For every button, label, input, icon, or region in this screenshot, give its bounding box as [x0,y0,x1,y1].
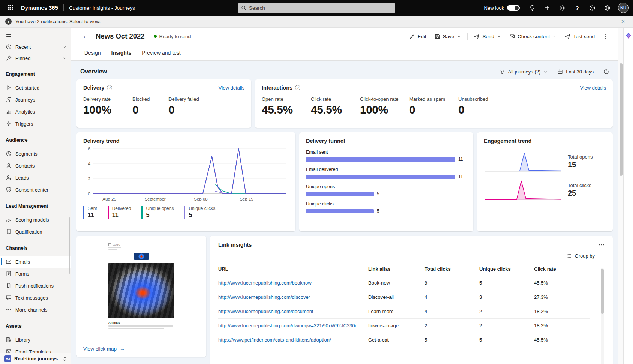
sidebar-item-library[interactable]: Library [0,334,71,346]
url-link[interactable]: http://www.lucernepublishing.com/documen… [218,309,368,314]
brand-title[interactable]: Dynamics 365 [21,5,58,11]
send-button[interactable]: Send [471,31,504,42]
section-title-engagement: Engagement [0,64,71,82]
sidebar-item-recent[interactable]: Recent [0,41,71,52]
sidebar-item-push-notifications[interactable]: Push notifications [0,280,71,292]
info-icon: i [5,18,12,25]
check-content-button[interactable]: Check content [506,31,560,42]
sidebar-item-analytics[interactable]: Analytics [0,106,71,118]
compliance-button[interactable] [601,1,614,14]
sidebar-item-pinned[interactable]: Pinned [0,52,71,64]
sidebar-item-journeys[interactable]: Journeys [0,94,71,106]
kpi-click-rate: Click rate 45.5% [311,96,360,116]
journey-filter-dropdown[interactable]: All journeys (2) [500,69,548,75]
kpi-delivery-rate: Delivery rate 100% [83,96,132,116]
svg-text:0: 0 [88,192,90,196]
engagement-trend-title: Engagement trend [484,138,531,144]
help-button[interactable]: ? [571,1,584,14]
table-scrollbar-thumb[interactable] [601,269,604,314]
sidebar-item-contacts[interactable]: Contacts [0,160,71,172]
hamburger-icon [6,31,12,38]
sidebar-item-scoring-models[interactable]: Scoring models [0,214,71,226]
lightbulb-button[interactable] [526,1,538,14]
overview-info-button[interactable] [603,69,609,75]
feedback-button[interactable] [586,1,598,14]
area-switcher[interactable]: RJ Real-time journeys [0,353,71,364]
lead-person-icon [6,175,12,181]
search-icon [241,5,246,10]
url-link[interactable]: http://www.lucernepublishing.com/discove… [218,294,368,300]
plus-icon [544,5,550,11]
copilot-icon[interactable] [625,32,632,39]
user-avatar[interactable]: NU [618,3,628,13]
form-document-icon [6,271,12,277]
url-link[interactable]: http://www.lucernepublishing.com/dwioeqw… [218,323,368,328]
tab-design[interactable]: Design [81,45,104,60]
add-button[interactable] [541,1,554,14]
table-scrollbar[interactable] [601,268,604,364]
main-scrollbar[interactable] [618,28,623,364]
sidebar-item-email-templates[interactable]: Email Templates [0,346,71,353]
url-link[interactable]: https://www.petfinder.com/cats-and-kitte… [218,337,368,343]
table-row: http://www.lucernepublishing.com/dwioeqw… [218,319,590,333]
sidebar-item-leads[interactable]: Leads [0,172,71,184]
close-icon[interactable]: × [618,18,628,25]
sidebar-item-qualification[interactable]: Qualification [0,226,71,238]
sidebar-item-text-messages[interactable]: Text messages [0,292,71,304]
delivery-trend-chart: 0246Aug 25SeptemberSep 08Sep 15 [83,146,289,202]
search-input[interactable] [249,5,392,11]
ribbon-icon [6,229,12,235]
app-area-title[interactable]: Customer Insights - Journeys [69,5,135,11]
view-click-map-link[interactable]: View click map → [83,346,125,352]
sidebar-scrollbar-thumb[interactable] [69,217,70,274]
save-button[interactable]: Save [431,31,465,42]
section-title-assets: Assets [0,316,71,334]
kpi-unsubscribed: Unsubscribed 0 [458,96,507,116]
test-send-plane-icon [565,34,570,39]
email-click-map-card: LOGO Animals View click map [76,236,206,357]
group-by-button[interactable]: Group by [566,253,595,259]
notification-message: You have 2 notifications. Select to view… [15,19,100,24]
delivery-view-details-link[interactable]: View details [219,85,244,91]
status-label: Ready to send [159,34,191,39]
interactions-view-details-link[interactable]: View details [580,85,606,91]
app-launcher-button[interactable] [4,2,16,13]
new-look-toggle[interactable] [507,5,520,11]
status-dot-icon [154,35,157,38]
sidebar-item-get-started[interactable]: Get started [0,82,71,94]
kpi-blocked: Blocked 0 [132,96,168,116]
global-search[interactable] [238,3,395,13]
settings-button[interactable] [556,1,568,14]
help-icon[interactable]: ? [295,85,300,90]
tab-preview-and-test[interactable]: Preview and test [138,45,184,60]
more-commands-button[interactable] [600,31,612,42]
main-scrollbar-thumb[interactable] [620,63,622,176]
svg-text:September: September [144,197,165,201]
funnel-row-email-delivered: Email delivered 11 [306,167,466,179]
more-horizontal-icon[interactable] [598,242,604,248]
back-button[interactable]: ← [80,31,92,42]
table-row: https://www.petfinder.com/cats-and-kitte… [218,333,590,347]
test-send-button[interactable]: Test send [561,31,598,42]
lightning-icon [6,121,12,127]
sidebar-item-emails[interactable]: Emails [0,256,71,268]
sidebar-item-triggers[interactable]: Triggers [0,118,71,130]
notification-bar[interactable]: i You have 2 notifications. Select to vi… [0,16,633,28]
edit-button[interactable]: Edit [406,31,429,42]
chevron-down-icon [552,34,556,39]
sidebar-scroll-area: Recent Pinned Engagement [0,41,71,353]
sidebar-item-more-channels[interactable]: More channels [0,304,71,316]
date-range-dropdown[interactable]: Last 30 days [557,69,594,75]
help-icon[interactable]: ? [107,85,112,90]
chevron-down-icon [457,34,461,39]
sidebar-item-consent-center[interactable]: Consent center [0,184,71,196]
lightbulb-icon [529,5,536,11]
sidebar-item-segments[interactable]: Segments [0,148,71,160]
sidebar-item-forms[interactable]: Forms [0,268,71,280]
tab-insights[interactable]: Insights [108,45,135,60]
collapse-sidebar-button[interactable] [0,28,71,41]
chevron-down-icon [543,70,548,74]
chevron-down-icon [63,45,67,49]
url-link[interactable]: http://www.lucernepublishing.com/booknow [218,280,368,286]
funnel-row-unique-clicks: Unique clicks 5 [306,201,466,214]
